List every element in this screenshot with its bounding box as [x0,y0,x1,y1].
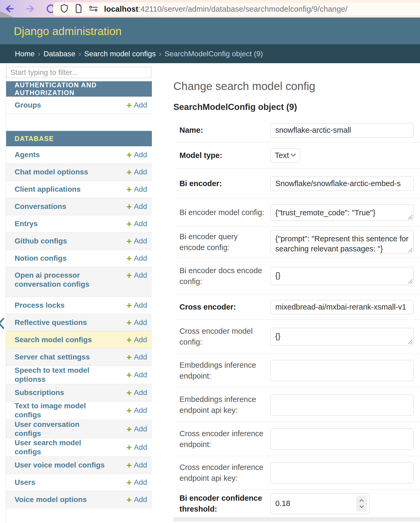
add-label: Add [134,202,147,211]
spinner-up-icon[interactable] [359,498,364,503]
sidebar-model-link[interactable]: Process locks [15,301,65,310]
field-label: Name: [179,125,270,136]
sidebar-filter-input[interactable] [6,67,151,78]
field-input[interactable] [270,428,414,450]
sidebar-add-link[interactable]: +Add [126,219,147,228]
sidebar-model-link[interactable]: Subscriptions [15,388,64,397]
field-textarea[interactable] [270,230,414,254]
sidebar-add-link[interactable]: +Add [126,388,147,397]
sidebar-model-link[interactable]: Github configs [15,237,67,246]
form-row: Bi encoder confidence threshold:0.18 [173,490,420,518]
plus-icon: + [126,271,132,280]
sidebar-model-link[interactable]: Search model configs [15,335,92,344]
sidebar-add-link[interactable]: +Add [126,168,147,177]
sidebar-add-link[interactable]: +Add [126,478,147,487]
sidebar-add-link[interactable]: +Add [126,370,147,379]
field-label: Model type: [179,150,270,161]
sidebar-item: Users+Add [6,474,152,491]
field-textarea[interactable] [270,204,414,221]
sidebar-model-link[interactable]: Speech to text model optionss [15,366,105,384]
field-input[interactable] [270,462,414,483]
number-value: 0.18 [275,499,290,508]
field-input[interactable] [270,300,414,314]
breadcrumb-search-model-configs[interactable]: Search model configs [84,50,156,58]
breadcrumb-database[interactable]: Database [44,50,75,58]
number-spinner[interactable] [356,496,367,512]
field-label: Bi encoder model config: [179,207,270,218]
sidebar-add-link[interactable]: +Add [126,353,147,362]
plus-icon: + [126,443,132,452]
sidebar-model-link[interactable]: Client applications [15,185,81,194]
sidebar-collapse-icon[interactable] [0,316,6,330]
form-row: Cross encoder: [173,295,420,320]
model-type-select[interactable]: Text [270,148,300,163]
sidebar-model-link[interactable]: Text to image model configs [15,401,105,419]
sidebar-add-link[interactable]: +Add [126,237,147,246]
field-input[interactable] [270,394,414,415]
spinner-down-icon[interactable] [359,504,364,509]
back-icon[interactable] [4,3,15,15]
sidebar-model-link[interactable]: Users [15,478,35,487]
sidebar-add-link[interactable]: +Add [126,335,147,344]
field-input[interactable] [270,177,414,191]
url-host: localhost [104,5,138,13]
add-label: Add [134,318,147,327]
sidebar-add-link[interactable]: +Add [126,202,147,211]
sidebar-model-link[interactable]: Notion configs [15,254,67,263]
add-label: Add [134,254,147,263]
breadcrumb-home[interactable]: Home [15,50,35,58]
sidebar-add-link[interactable]: +Add [126,271,147,280]
permissions-icon[interactable] [89,5,98,14]
forward-icon[interactable] [24,3,36,15]
sidebar-add-link[interactable]: +Add [126,254,147,263]
add-label: Add [134,271,147,280]
sidebar-section-header: DATABASE [6,131,152,146]
sidebar-add-link[interactable]: +Add [126,101,147,110]
add-label: Add [134,353,147,361]
sidebar-add-link[interactable]: +Add [126,185,147,194]
sidebar-model-link[interactable]: User voice model configs [15,461,105,470]
sidebar-add-link[interactable]: +Add [126,301,147,310]
field-textarea[interactable] [270,328,414,345]
plus-icon: + [126,406,132,415]
number-input[interactable]: 0.18 [270,493,370,514]
sidebar-model-link[interactable]: Groups [15,101,41,110]
sidebar-model-link[interactable]: Server chat settingss [15,353,90,362]
sidebar-model-link[interactable]: Reflective questions [15,318,87,327]
plus-icon: + [126,370,132,379]
add-label: Add [134,371,147,379]
shield-icon[interactable] [60,4,68,14]
add-label: Add [134,185,147,194]
sidebar-add-link[interactable]: +Add [126,318,147,327]
add-label: Add [134,151,147,159]
field-textarea[interactable] [270,267,414,285]
plus-icon: + [126,335,132,344]
sidebar-model-link[interactable]: Agents [15,150,40,159]
sidebar-model-link[interactable]: User conversation configs [15,420,105,438]
sidebar-add-link[interactable]: +Add [126,150,147,159]
page: localhost:42110/server/admin/database/se… [0,0,420,523]
sidebar-add-link[interactable]: +Add [126,461,147,470]
add-label: Add [134,406,147,415]
sidebar-add-link[interactable]: +Add [126,443,147,452]
sidebar-item: Search model configs+Add [6,331,152,349]
url-bar[interactable]: localhost:42110/server/admin/database/se… [53,2,420,16]
sidebar-model-link[interactable]: Conversations [15,202,66,211]
field-input[interactable] [270,360,414,381]
sidebar-item: Open ai processor conversation configs+A… [6,267,152,297]
sidebar-model-link[interactable]: Chat model optionss [15,168,88,177]
sidebar-add-link[interactable]: +Add [126,406,147,415]
plus-icon: + [126,254,132,263]
plus-icon: + [126,353,132,362]
sidebar-model-link[interactable]: Open ai processor conversation configs [15,271,105,289]
plus-icon: + [126,237,132,246]
sidebar-add-link[interactable]: +Add [126,425,147,434]
sidebar-item: Groups+Add [6,97,152,114]
sidebar-model-link[interactable]: Voice model options [15,495,87,504]
field-input[interactable] [270,123,414,138]
sidebar-add-link[interactable]: +Add [126,495,147,504]
sidebar-model-link[interactable]: Entrys [15,219,38,228]
page-icon[interactable] [75,4,82,14]
sidebar-blank-row [6,114,152,131]
sidebar-model-link[interactable]: User search model configs [15,438,105,456]
